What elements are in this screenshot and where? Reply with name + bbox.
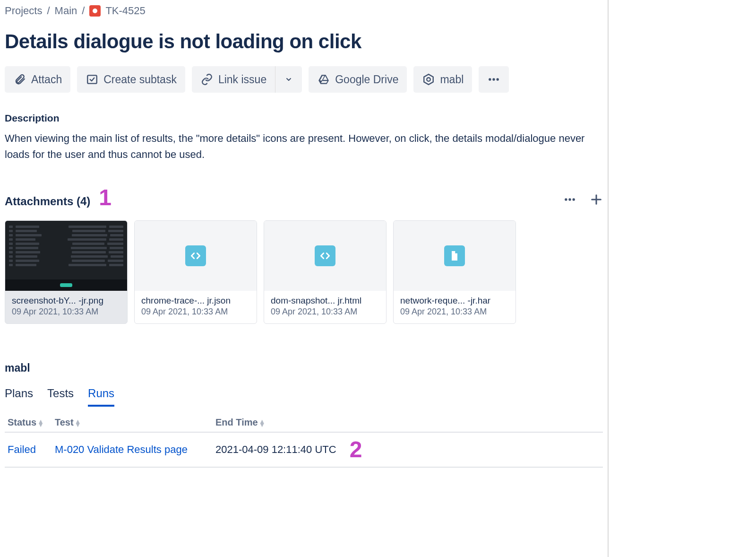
svg-point-3 [489,78,491,80]
attachment-name: chrome-trace-... jr.json [141,296,250,306]
link-issue-label: Link issue [218,73,266,86]
svg-point-5 [497,78,499,80]
attachment-card[interactable]: dom-snapshot... jr.html 09 Apr 2021, 10:… [264,220,387,324]
link-issue-dropdown[interactable] [275,66,302,93]
attachment-card[interactable]: chrome-trace-... jr.json 09 Apr 2021, 10… [134,220,257,324]
attachments-grid: screenshot-bY... -jr.png 09 Apr 2021, 10… [5,220,603,324]
description-label: Description [5,113,603,124]
issue-title[interactable]: Details dialogue is not loading on click [5,30,603,53]
document-file-icon [444,245,465,266]
google-drive-icon [317,73,330,86]
sort-icon: ▲▼ [259,420,266,426]
attachment-date: 09 Apr 2021, 10:33 AM [141,307,250,317]
paperclip-icon [13,73,26,86]
svg-rect-0 [87,75,97,83]
create-subtask-label: Create subtask [103,73,177,86]
attachment-date: 09 Apr 2021, 10:33 AM [400,307,509,317]
attachments-more-button[interactable] [563,193,576,206]
attachment-card[interactable]: screenshot-bY... -jr.png 09 Apr 2021, 10… [5,220,128,324]
sort-icon: ▲▼ [75,420,81,426]
sort-icon: ▲▼ [37,420,44,426]
mabl-tabs: Plans Tests Runs [5,384,603,407]
attachments-title: Attachments (4) [5,195,90,208]
chevron-down-icon [282,73,295,86]
link-issue-button[interactable]: Link issue [192,66,275,93]
link-issue-group: Link issue [192,66,302,93]
col-status[interactable]: Status▲▼ [5,413,52,432]
code-file-icon [185,245,206,266]
breadcrumb-separator: / [47,5,50,17]
attachment-thumbnail [264,221,386,291]
annotation-callout-2: 2 [350,438,362,461]
subtask-icon [86,73,99,86]
table-row[interactable]: Failed M-020 Validate Results page 2021-… [5,432,603,467]
mabl-label: mabl [440,73,464,86]
col-status-label: Status [8,417,36,427]
attachment-thumbnail [5,221,127,291]
more-icon [487,73,500,86]
issue-type-icon [89,5,101,17]
google-drive-label: Google Drive [335,73,398,86]
tab-tests[interactable]: Tests [47,384,74,407]
svg-point-7 [568,199,571,201]
link-icon [200,73,214,86]
breadcrumb-issue[interactable]: TK-4525 [105,5,145,17]
svg-point-6 [565,199,567,201]
more-actions-button[interactable] [479,66,509,93]
breadcrumb-separator: / [82,5,85,17]
mabl-panel-title: mabl [5,362,603,374]
run-end-time: 2021-04-09 12:11:40 UTC [215,444,336,456]
breadcrumb: Projects / Main / TK-4525 [5,5,603,17]
tab-plans[interactable]: Plans [5,384,33,407]
tab-runs[interactable]: Runs [88,384,114,407]
attachment-thumbnail [135,221,257,291]
issue-toolbar: Attach Create subtask Link issue [5,66,603,93]
run-status[interactable]: Failed [5,432,52,467]
attachment-name: screenshot-bY... -jr.png [12,296,120,306]
svg-marker-1 [424,74,434,85]
run-test-link[interactable]: M-020 Validate Results page [52,432,213,467]
svg-point-4 [493,78,495,80]
col-end-time[interactable]: End Time▲▼ [213,413,603,432]
col-test-label: Test [55,417,74,427]
attachments-add-button[interactable] [590,193,603,206]
create-subtask-button[interactable]: Create subtask [77,66,185,93]
attachment-name: network-reque... -jr.har [400,296,509,306]
attach-label: Attach [31,73,62,86]
attachment-thumbnail [394,221,515,291]
svg-point-2 [427,78,431,81]
col-test[interactable]: Test▲▼ [52,413,213,432]
code-file-icon [315,245,335,266]
runs-table: Status▲▼ Test▲▼ End Time▲▼ Failed M-020 … [5,413,603,468]
google-drive-button[interactable]: Google Drive [309,66,407,93]
attachment-name: dom-snapshot... jr.html [271,296,379,306]
attach-button[interactable]: Attach [5,66,70,93]
run-end-time-cell: 2021-04-09 12:11:40 UTC 2 [213,432,603,467]
svg-point-8 [572,199,575,201]
mabl-icon [422,73,435,86]
annotation-callout-1: 1 [99,191,112,205]
mabl-button[interactable]: mabl [413,66,472,93]
breadcrumb-projects[interactable]: Projects [5,5,42,17]
attachment-card[interactable]: network-reque... -jr.har 09 Apr 2021, 10… [393,220,516,324]
attachment-date: 09 Apr 2021, 10:33 AM [271,307,379,317]
description-text[interactable]: When viewing the main list of results, t… [5,131,603,163]
col-end-time-label: End Time [215,417,258,427]
attachment-date: 09 Apr 2021, 10:33 AM [12,307,120,317]
breadcrumb-project[interactable]: Main [55,5,77,17]
